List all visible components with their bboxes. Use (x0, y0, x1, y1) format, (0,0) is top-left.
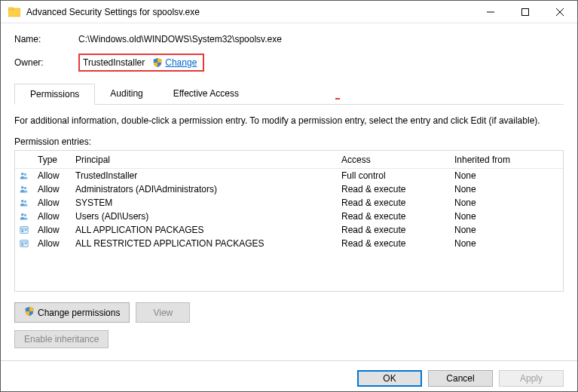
ok-button[interactable]: OK (357, 370, 422, 387)
svg-rect-3 (522, 8, 529, 15)
cell-access: Read & execute (337, 238, 450, 249)
svg-point-7 (24, 173, 26, 176)
cell-access: Full control (337, 170, 450, 181)
tab-effective-access[interactable]: Effective Access (158, 84, 254, 104)
cell-principal: Administrators (ADI\Administrators) (71, 184, 337, 194)
cell-inherited: None (450, 225, 563, 235)
owner-row: Owner: TrustedInstaller Change (14, 54, 564, 72)
principal-icon (15, 210, 33, 222)
col-access[interactable]: Access (337, 155, 450, 165)
svg-rect-18 (25, 229, 27, 231)
content-area: Name: C:\Windows.old\WINDOWS\System32\sp… (1, 23, 577, 360)
col-inherited[interactable]: Inherited from (450, 155, 563, 165)
cell-inherited: None (450, 170, 563, 181)
tab-auditing[interactable]: Auditing (95, 84, 157, 104)
svg-rect-22 (21, 245, 23, 247)
principal-icon (15, 183, 33, 195)
cell-type: Allow (33, 225, 71, 235)
cell-inherited: None (450, 211, 563, 222)
svg-rect-16 (21, 229, 23, 231)
svg-rect-21 (21, 243, 23, 244)
cell-type: Allow (33, 170, 71, 181)
cell-access: Read & execute (337, 211, 450, 222)
enable-inheritance-button[interactable]: Enable inheritance (14, 330, 109, 348)
cell-principal: ALL APPLICATION PACKAGES (71, 225, 337, 235)
name-label: Name: (14, 34, 78, 44)
cancel-button[interactable]: Cancel (428, 370, 493, 387)
table-header: Type Principal Access Inherited from (15, 151, 563, 169)
minimize-button[interactable] (473, 1, 508, 23)
change-owner-link[interactable]: Change (165, 57, 197, 68)
principal-icon (15, 224, 33, 236)
cell-type: Allow (33, 198, 71, 208)
change-permissions-button[interactable]: Change permissions (14, 302, 130, 323)
table-row[interactable]: AllowSYSTEMRead & executeNone (15, 196, 563, 210)
close-button[interactable] (543, 1, 577, 23)
cell-principal: Users (ADI\Users) (71, 211, 337, 222)
cell-access: Read & execute (337, 184, 450, 194)
folder-security-icon (8, 6, 20, 18)
button-row-1: Change permissions View (14, 302, 564, 323)
maximize-button[interactable] (508, 1, 543, 23)
cell-inherited: None (450, 184, 563, 194)
col-principal[interactable]: Principal (71, 155, 337, 165)
principal-icon (15, 237, 33, 250)
window-controls (473, 1, 577, 23)
cell-principal: ALL RESTRICTED APPLICATION PACKAGES (71, 238, 337, 249)
info-text: For additional information, double-click… (14, 115, 564, 126)
table-row[interactable]: AllowALL APPLICATION PACKAGESRead & exec… (15, 223, 563, 237)
entries-label: Permission entries: (14, 136, 564, 147)
table-row[interactable]: AllowALL RESTRICTED APPLICATION PACKAGES… (15, 237, 563, 250)
titlebar: Advanced Security Settings for spoolsv.e… (1, 1, 577, 23)
cell-type: Allow (33, 238, 71, 249)
cell-principal: SYSTEM (71, 198, 337, 208)
principal-icon (15, 197, 33, 209)
svg-rect-1 (8, 8, 14, 10)
window-title: Advanced Security Settings for spoolsv.e… (26, 7, 473, 17)
cell-access: Read & execute (337, 225, 450, 235)
svg-point-8 (21, 186, 24, 189)
svg-point-10 (21, 200, 24, 203)
cell-inherited: None (450, 238, 563, 249)
name-value: C:\Windows.old\WINDOWS\System32\spoolsv.… (78, 34, 282, 44)
button-row-2: Enable inheritance (14, 330, 564, 348)
svg-rect-23 (25, 243, 27, 244)
col-type[interactable]: Type (33, 155, 71, 165)
owner-value: TrustedInstaller (83, 57, 145, 68)
owner-highlight-box: TrustedInstaller Change (78, 54, 204, 72)
cell-principal: TrustedInstaller (71, 170, 337, 181)
svg-point-13 (24, 214, 26, 216)
window: Advanced Security Settings for spoolsv.e… (0, 0, 578, 392)
svg-point-9 (24, 187, 26, 189)
tabs: Permissions Auditing Effective Access (14, 84, 564, 105)
svg-point-6 (21, 173, 24, 176)
shield-icon (152, 57, 163, 68)
svg-point-11 (24, 201, 26, 203)
table-row[interactable]: AllowAdministrators (ADI\Administrators)… (15, 182, 563, 196)
apply-button[interactable]: Apply (499, 370, 564, 387)
name-row: Name: C:\Windows.old\WINDOWS\System32\sp… (14, 34, 564, 44)
owner-label: Owner: (14, 57, 78, 68)
svg-point-12 (21, 213, 24, 216)
table-row[interactable]: AllowUsers (ADI\Users)Read & executeNone (15, 210, 563, 223)
cell-access: Read & execute (337, 198, 450, 208)
footer: OK Cancel Apply (1, 360, 577, 392)
cell-type: Allow (33, 184, 71, 194)
annotation-mark (335, 98, 340, 100)
permissions-table: Type Principal Access Inherited from All… (14, 150, 564, 292)
shield-icon (24, 306, 35, 319)
cell-inherited: None (450, 198, 563, 208)
table-body: AllowTrustedInstallerFull controlNoneAll… (15, 169, 563, 250)
svg-rect-17 (21, 231, 23, 233)
cell-type: Allow (33, 211, 71, 222)
tab-permissions[interactable]: Permissions (14, 84, 95, 105)
principal-icon (15, 170, 33, 182)
view-button[interactable]: View (136, 302, 190, 323)
table-row[interactable]: AllowTrustedInstallerFull controlNone (15, 169, 563, 182)
